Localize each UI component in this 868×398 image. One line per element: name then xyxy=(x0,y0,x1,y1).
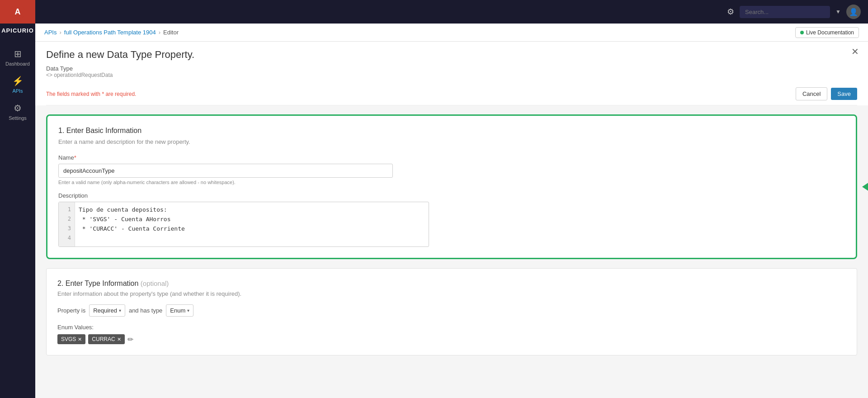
edit-enum-icon[interactable]: ✏ xyxy=(127,335,133,344)
avatar[interactable]: 👤 xyxy=(846,5,861,19)
avatar-icon: 👤 xyxy=(849,8,858,16)
live-dot xyxy=(800,31,804,34)
sidebar-item-label: APIs xyxy=(12,88,23,94)
description-label: Description xyxy=(58,192,845,199)
name-hint: Enter a valid name (only alpha-numeric c… xyxy=(58,180,845,185)
arrow-indicator xyxy=(862,181,868,192)
sidebar-nav: ⊞ Dashboard ⚡ APIs ⚙ Settings xyxy=(0,43,35,124)
main-area: ⚙ ▼ 👤 APIs › full Operations Path Templa… xyxy=(35,0,868,398)
breadcrumb-project[interactable]: full Operations Path Template 1904 xyxy=(64,29,156,36)
enum-tag-svgs-remove[interactable]: ✕ xyxy=(78,336,82,342)
breadcrumb-apis[interactable]: APIs xyxy=(44,29,57,36)
dashboard-icon: ⊞ xyxy=(14,48,22,59)
type-dropdown-arrow-icon: ▾ xyxy=(187,308,189,313)
breadcrumb-current: Editor xyxy=(163,29,179,36)
enum-tag-svgs-value: SVGS xyxy=(61,336,76,342)
dropdown-arrow-icon: ▼ xyxy=(835,9,841,15)
topbar: ⚙ ▼ 👤 xyxy=(35,0,868,24)
page-title: Define a new Data Type Property. xyxy=(46,49,857,61)
description-content[interactable]: Tipo de cuenta depositos: * 'SVGS' - Cue… xyxy=(75,202,429,246)
name-required-star: * xyxy=(74,154,76,161)
gear-icon[interactable]: ⚙ xyxy=(727,7,734,17)
breadcrumb-sep-1: › xyxy=(59,29,61,36)
sidebar-item-settings[interactable]: ⚙ Settings xyxy=(0,97,35,124)
enum-tag-currac-remove[interactable]: ✕ xyxy=(117,336,121,342)
live-documentation-button[interactable]: Live Documentation xyxy=(795,27,859,38)
required-star: * xyxy=(102,91,104,97)
name-label: Name* xyxy=(58,154,845,161)
page-header: ✕ Define a new Data Type Property. Data … xyxy=(35,42,868,105)
section-1-subtitle: Enter a name and description for the new… xyxy=(58,138,845,145)
action-bar: The fields marked with * are required. C… xyxy=(46,83,857,105)
save-button[interactable]: Save xyxy=(831,88,857,100)
live-doc-label: Live Documentation xyxy=(806,29,854,36)
enum-tag-svgs: SVGS ✕ xyxy=(57,334,85,344)
line-number: 4 xyxy=(62,233,71,243)
apis-icon: ⚡ xyxy=(12,76,24,86)
dropdown-arrow-icon: ▾ xyxy=(119,308,121,313)
section-1: 1. Enter Basic Information Enter a name … xyxy=(46,114,857,259)
content-area: ✕ Define a new Data Type Property. Data … xyxy=(35,42,868,398)
property-row: Property is Required ▾ and has type Enum… xyxy=(57,304,846,317)
sidebar-item-label: Dashboard xyxy=(5,61,30,66)
sidebar: A APICURIO ⊞ Dashboard ⚡ APIs ⚙ Settings xyxy=(0,0,35,398)
enum-section: Enum Values: SVGS ✕ CURRAC ✕ ✏ xyxy=(57,324,846,344)
line-number: 3 xyxy=(62,224,71,233)
enum-tag-currac: CURRAC ✕ xyxy=(88,334,124,344)
line-numbers: 1 2 3 4 xyxy=(59,202,75,246)
type-dropdown[interactable]: Enum ▾ xyxy=(166,304,193,317)
section-2-title: 2. Enter Type Information (optional) xyxy=(57,280,846,288)
and-has-type-label: and has type xyxy=(129,307,162,314)
close-button[interactable]: ✕ xyxy=(851,46,859,57)
data-type-label: Data Type xyxy=(46,65,857,72)
name-input[interactable] xyxy=(58,164,393,178)
section-1-title: 1. Enter Basic Information xyxy=(58,127,845,135)
required-note: The fields marked with * are required. xyxy=(46,91,792,97)
sidebar-item-apis[interactable]: ⚡ APIs xyxy=(0,70,35,97)
line-number: 2 xyxy=(62,214,71,224)
arrow-head xyxy=(862,181,868,192)
data-type-sub: <> operationIdRequestData xyxy=(46,72,857,78)
breadcrumb: APIs › full Operations Path Template 190… xyxy=(44,29,179,36)
description-editor[interactable]: 1 2 3 4 Tipo de cuenta depositos: * 'SVG… xyxy=(58,202,429,247)
section-1-container: 1. Enter Basic Information Enter a name … xyxy=(46,114,857,259)
cancel-button[interactable]: Cancel xyxy=(796,87,827,100)
enum-label: Enum Values: xyxy=(57,324,846,331)
sidebar-item-dashboard[interactable]: ⊞ Dashboard xyxy=(0,43,35,70)
enum-tag-currac-value: CURRAC xyxy=(92,336,115,342)
data-type-info: Data Type <> operationIdRequestData xyxy=(46,65,857,78)
search-input[interactable] xyxy=(740,6,830,18)
section-2-subtitle: Enter information about the property's t… xyxy=(57,290,846,297)
line-number: 1 xyxy=(62,205,71,214)
settings-icon: ⚙ xyxy=(14,103,22,114)
required-dropdown[interactable]: Required ▾ xyxy=(89,304,125,317)
enum-tags: SVGS ✕ CURRAC ✕ ✏ xyxy=(57,334,846,344)
breadcrumb-bar: APIs › full Operations Path Template 190… xyxy=(35,24,868,42)
property-is-label: Property is xyxy=(57,307,85,314)
breadcrumb-sep-2: › xyxy=(159,29,160,36)
svg-text:A: A xyxy=(15,7,21,16)
section-2: 2. Enter Type Information (optional) Ent… xyxy=(46,268,857,355)
sidebar-item-label: Settings xyxy=(9,115,27,121)
optional-label: (optional) xyxy=(141,280,169,287)
app-logo: A xyxy=(0,0,35,24)
